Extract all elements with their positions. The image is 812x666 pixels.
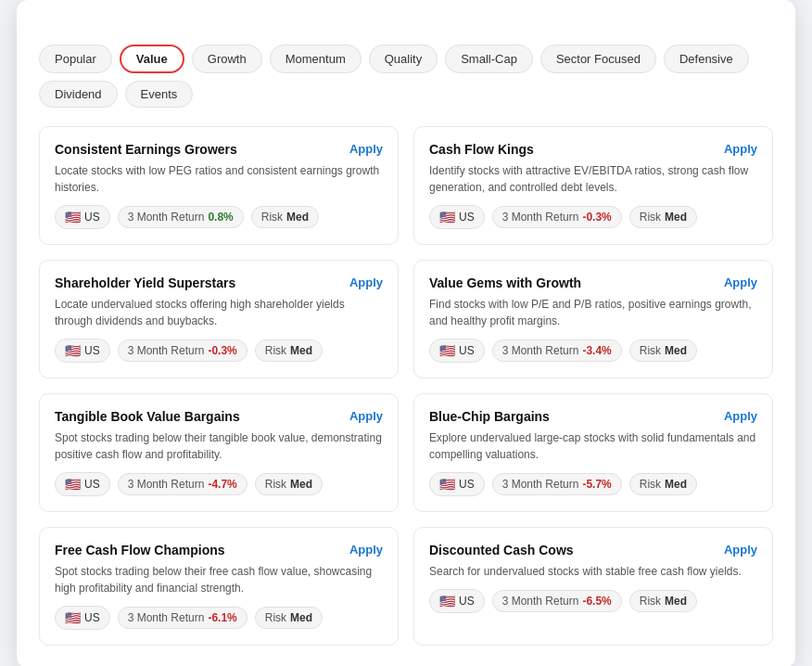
screener-description: Identify stocks with attractive EV/EBITD…	[429, 162, 757, 196]
screener-header: Free Cash Flow Champions Apply	[55, 543, 383, 557]
flag-icon: 🇺🇸	[439, 343, 455, 358]
risk-label: Risk	[640, 478, 661, 491]
risk-value: Med	[286, 211, 309, 224]
screener-name: Blue-Chip Bargains	[429, 409, 550, 424]
return-label: 3 Month Return	[128, 478, 205, 491]
screener-name: Tangible Book Value Bargains	[55, 409, 240, 424]
tab-dividend[interactable]: Dividend	[39, 81, 118, 108]
screener-name: Free Cash Flow Champions	[55, 543, 225, 557]
risk-value: Med	[665, 211, 687, 224]
risk-tag: Risk Med	[629, 339, 697, 362]
screener-header: Shareholder Yield Superstars Apply	[55, 275, 383, 290]
apply-button[interactable]: Apply	[724, 543, 757, 557]
screeners-modal: PopularValueGrowthMomentumQualitySmall-C…	[17, 0, 795, 666]
screener-card-tangible-book-value-bargains: Tangible Book Value Bargains Apply Spot …	[39, 393, 399, 512]
return-label: 3 Month Return	[128, 344, 205, 357]
screener-description: Explore undervalued large-cap stocks wit…	[429, 429, 757, 463]
screener-header: Value Gems with Growth Apply	[429, 275, 757, 290]
risk-tag: Risk Med	[629, 590, 697, 612]
screener-meta: 🇺🇸 US 3 Month Return -6.1% Risk Med	[55, 606, 383, 630]
screener-header: Discounted Cash Cows Apply	[429, 543, 757, 557]
screener-card-free-cash-flow-champions: Free Cash Flow Champions Apply Spot stoc…	[39, 527, 399, 646]
apply-button[interactable]: Apply	[724, 142, 757, 156]
apply-button[interactable]: Apply	[349, 275, 383, 289]
flag-icon: 🇺🇸	[65, 477, 81, 492]
region-tag: 🇺🇸 US	[429, 589, 485, 613]
return-tag: 3 Month Return -6.5%	[492, 590, 622, 612]
screener-meta: 🇺🇸 US 3 Month Return -4.7% Risk Med	[55, 472, 383, 496]
risk-label: Risk	[261, 211, 283, 224]
tab-momentum[interactable]: Momentum	[270, 45, 362, 73]
region-tag: 🇺🇸 US	[55, 472, 110, 496]
screener-description: Locate undervalued stocks offering high …	[55, 296, 383, 329]
flag-icon: 🇺🇸	[65, 210, 81, 224]
screener-header: Cash Flow Kings Apply	[429, 142, 757, 157]
screener-description: Find stocks with low P/E and P/B ratios,…	[429, 296, 757, 329]
region-tag: 🇺🇸 US	[55, 606, 110, 630]
region-label: US	[459, 344, 475, 357]
screener-meta: 🇺🇸 US 3 Month Return -0.3% Risk Med	[429, 205, 757, 229]
return-label: 3 Month Return	[128, 611, 205, 624]
screeners-grid: Consistent Earnings Growers Apply Locate…	[39, 126, 773, 646]
risk-value: Med	[665, 478, 687, 491]
tab-events[interactable]: Events	[125, 81, 194, 108]
screener-card-shareholder-yield-superstars: Shareholder Yield Superstars Apply Locat…	[39, 260, 399, 378]
risk-value: Med	[290, 478, 312, 491]
screener-name: Discounted Cash Cows	[429, 543, 574, 557]
risk-label: Risk	[265, 611, 286, 624]
flag-icon: 🇺🇸	[439, 477, 455, 492]
return-value: -4.7%	[208, 478, 236, 491]
return-label: 3 Month Return	[502, 211, 579, 224]
screener-meta: 🇺🇸 US 3 Month Return -3.4% Risk Med	[429, 339, 757, 363]
risk-value: Med	[290, 611, 312, 624]
return-label: 3 Month Return	[502, 344, 579, 357]
screener-card-blue-chip-bargains: Blue-Chip Bargains Apply Explore underva…	[413, 393, 773, 512]
region-tag: 🇺🇸 US	[55, 205, 110, 229]
region-tag: 🇺🇸 US	[429, 205, 485, 229]
tab-value[interactable]: Value	[120, 45, 184, 73]
tab-sector-focused[interactable]: Sector Focused	[540, 45, 656, 73]
return-label: 3 Month Return	[502, 478, 579, 491]
apply-button[interactable]: Apply	[724, 275, 757, 289]
close-button[interactable]	[766, 22, 773, 30]
screener-card-value-gems-with-growth: Value Gems with Growth Apply Find stocks…	[413, 260, 773, 378]
return-value: -6.5%	[582, 595, 611, 608]
screener-meta: 🇺🇸 US 3 Month Return -6.5% Risk Med	[429, 589, 757, 613]
risk-tag: Risk Med	[255, 607, 323, 629]
screener-meta: 🇺🇸 US 3 Month Return -0.3% Risk Med	[55, 339, 383, 363]
region-label: US	[84, 211, 100, 224]
screener-meta: 🇺🇸 US 3 Month Return 0.8% Risk Med	[55, 205, 383, 229]
return-tag: 3 Month Return -6.1%	[118, 607, 247, 629]
return-value: -0.3%	[208, 344, 236, 357]
screener-header: Tangible Book Value Bargains Apply	[55, 409, 383, 424]
risk-tag: Risk Med	[629, 473, 697, 495]
flag-icon: 🇺🇸	[65, 610, 81, 625]
screener-card-discounted-cash-cows: Discounted Cash Cows Apply Search for un…	[413, 527, 773, 646]
screener-name: Value Gems with Growth	[429, 275, 581, 290]
flag-icon: 🇺🇸	[65, 343, 81, 358]
screener-description: Locate stocks with low PEG ratios and co…	[55, 162, 383, 196]
tabs-container: PopularValueGrowthMomentumQualitySmall-C…	[39, 45, 773, 108]
apply-button[interactable]: Apply	[724, 409, 757, 423]
tab-defensive[interactable]: Defensive	[664, 45, 749, 73]
return-value: -6.1%	[208, 611, 236, 624]
screener-description: Spot stocks trading below their free cas…	[55, 563, 383, 596]
apply-button[interactable]: Apply	[349, 409, 383, 423]
screener-card-cash-flow-kings: Cash Flow Kings Apply Identify stocks wi…	[413, 126, 773, 245]
apply-button[interactable]: Apply	[349, 142, 383, 156]
region-tag: 🇺🇸 US	[429, 472, 485, 496]
screener-description: Spot stocks trading below their tangible…	[55, 429, 383, 463]
tab-small-cap[interactable]: Small-Cap	[445, 45, 533, 73]
region-tag: 🇺🇸 US	[55, 339, 110, 363]
apply-button[interactable]: Apply	[349, 543, 383, 557]
flag-icon: 🇺🇸	[439, 210, 455, 224]
return-value: -3.4%	[582, 344, 611, 357]
tab-quality[interactable]: Quality	[369, 45, 438, 73]
tab-popular[interactable]: Popular	[39, 45, 112, 73]
region-tag: 🇺🇸 US	[429, 339, 485, 363]
return-tag: 3 Month Return -0.3%	[118, 339, 247, 362]
risk-tag: Risk Med	[629, 206, 697, 228]
risk-tag: Risk Med	[251, 206, 319, 228]
tab-growth[interactable]: Growth	[192, 45, 262, 73]
region-label: US	[459, 211, 475, 224]
